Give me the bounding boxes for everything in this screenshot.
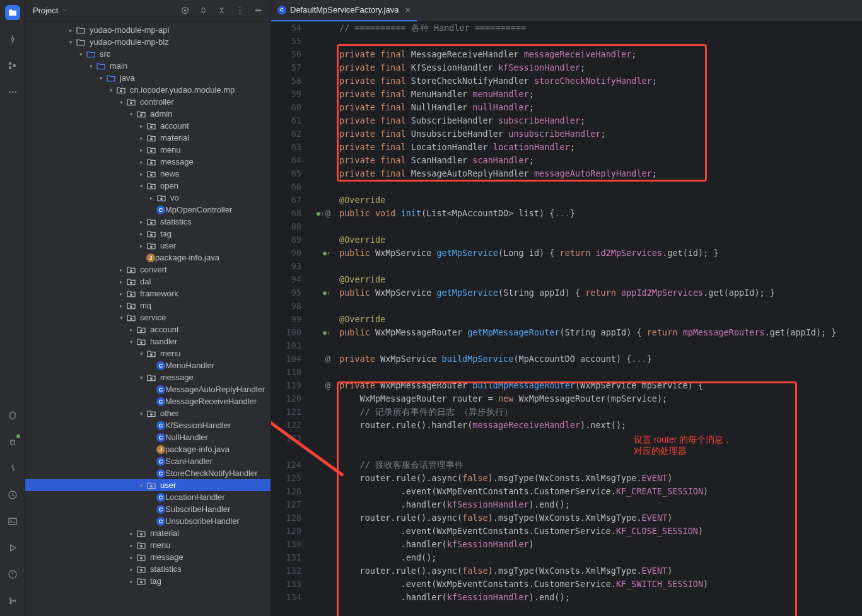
svg-point-19 xyxy=(240,10,241,11)
tree-node[interactable]: ▸user xyxy=(25,240,271,252)
tree-node[interactable]: ▸tag xyxy=(25,575,271,587)
svg-point-31 xyxy=(161,198,163,200)
expand-all-icon[interactable] xyxy=(199,6,208,15)
svg-point-30 xyxy=(151,186,153,188)
tree-node[interactable]: ▾service xyxy=(25,311,271,323)
svg-point-20 xyxy=(240,13,241,14)
editor-tabs: C DefaultMpServiceFactory.java × xyxy=(271,0,862,21)
svg-rect-2 xyxy=(9,66,11,69)
tree-node[interactable]: ▸vo xyxy=(25,192,271,204)
svg-point-17 xyxy=(184,9,186,11)
tree-node[interactable]: ▸mq xyxy=(25,299,271,311)
tool-rail xyxy=(0,0,25,616)
svg-point-38 xyxy=(131,306,132,308)
tree-node[interactable]: ▸material xyxy=(25,132,271,144)
svg-point-26 xyxy=(151,138,153,140)
tree-node[interactable]: ▸convert xyxy=(25,264,271,276)
project-tree[interactable]: ▸yudao-module-mp-api▾yudao-module-mp-biz… xyxy=(25,21,271,616)
tree-node[interactable]: ▸menu xyxy=(25,539,271,551)
tree-node[interactable]: CLocationHandler xyxy=(25,491,271,503)
tree-node[interactable]: CMessageAutoReplyHandler xyxy=(25,383,271,395)
hide-icon[interactable] xyxy=(253,6,263,15)
commit-tool-icon[interactable] xyxy=(5,32,20,47)
tree-node[interactable]: ▸tag xyxy=(25,228,271,240)
tree-node[interactable]: ▾message xyxy=(25,371,271,383)
tree-node[interactable]: ▾main xyxy=(25,60,271,72)
editor-tab[interactable]: C DefaultMpServiceFactory.java × xyxy=(271,0,417,21)
tree-node[interactable]: ▸framework xyxy=(25,288,271,299)
tree-node[interactable]: ▸statistics xyxy=(25,216,271,228)
options-icon[interactable] xyxy=(235,6,245,15)
select-opened-icon[interactable] xyxy=(180,6,190,15)
tree-node[interactable]: ▸news xyxy=(25,168,271,180)
svg-point-6 xyxy=(15,91,16,93)
tree-node[interactable]: ▾handler xyxy=(25,335,271,347)
vcs-icon[interactable] xyxy=(5,593,20,608)
code-lines[interactable]: // ========== 各种 Handler ========== priv… xyxy=(334,21,836,616)
more-tool-icon[interactable] xyxy=(5,84,20,100)
svg-point-13 xyxy=(9,598,11,600)
tree-node[interactable]: ▾cn.iocoder.yudao.module.mp xyxy=(25,84,271,96)
project-tool-icon[interactable] xyxy=(5,5,20,20)
tree-node[interactable]: ▾other xyxy=(25,407,271,419)
tree-node[interactable]: ▸account xyxy=(25,323,271,335)
collapse-all-icon[interactable] xyxy=(217,6,226,15)
tree-node[interactable]: ▸message xyxy=(25,156,271,168)
tree-node[interactable]: CUnsubscribeHandler xyxy=(25,515,271,527)
svg-point-29 xyxy=(151,174,153,176)
chevron-down-icon[interactable]: ﹀ xyxy=(62,6,68,15)
tree-node[interactable]: Jpackage-info.java xyxy=(25,443,271,455)
tree-node[interactable]: CMessageReceiveHandler xyxy=(25,395,271,407)
tree-node[interactable]: CSubscribeHandler xyxy=(25,503,271,515)
build-icon[interactable] xyxy=(5,461,20,476)
svg-point-22 xyxy=(120,90,122,92)
svg-point-34 xyxy=(151,246,153,248)
tree-node[interactable]: CScanHandler xyxy=(25,455,271,467)
svg-point-32 xyxy=(151,222,153,224)
problems-icon[interactable] xyxy=(5,567,20,582)
svg-point-15 xyxy=(14,600,16,602)
tree-node[interactable]: CStoreCheckNotifyHandler xyxy=(25,467,271,479)
svg-point-27 xyxy=(151,150,153,152)
tree-node[interactable]: Jpackage-info.java xyxy=(25,252,271,264)
svg-point-28 xyxy=(151,162,153,164)
svg-point-14 xyxy=(9,602,11,604)
tree-node[interactable]: ▾yudao-module-mp-biz xyxy=(25,36,271,48)
svg-point-42 xyxy=(151,354,153,356)
tree-node[interactable]: ▸dal xyxy=(25,276,271,288)
debug-icon[interactable] xyxy=(5,434,20,450)
tree-node[interactable]: ▸menu xyxy=(25,144,271,156)
structure-tool-icon[interactable] xyxy=(5,58,20,73)
tree-node[interactable]: ▸message xyxy=(25,551,271,563)
svg-point-41 xyxy=(141,342,143,344)
svg-point-49 xyxy=(141,569,143,571)
tree-node[interactable]: ▾user xyxy=(25,479,271,491)
tree-node[interactable]: CKfSessionHandler xyxy=(25,419,271,431)
tree-node[interactable]: ▾admin xyxy=(25,108,271,120)
tree-node[interactable]: ▾java xyxy=(25,72,271,84)
tree-node[interactable]: ▾open xyxy=(25,180,271,192)
terminal-icon[interactable] xyxy=(5,514,20,529)
tree-node[interactable]: ▸statistics xyxy=(25,563,271,575)
profiler-icon[interactable] xyxy=(5,487,20,503)
svg-point-43 xyxy=(151,378,153,380)
svg-point-5 xyxy=(11,91,13,93)
tree-node[interactable]: ▸account xyxy=(25,120,271,132)
services-icon[interactable] xyxy=(5,408,20,423)
tab-filename: DefaultMpServiceFactory.java xyxy=(290,5,399,15)
tree-node[interactable]: CMenuHandler xyxy=(25,359,271,371)
tree-node[interactable]: ▾src xyxy=(25,48,271,60)
svg-rect-1 xyxy=(9,62,11,65)
tree-node[interactable]: CNullHandler xyxy=(25,431,271,443)
svg-point-35 xyxy=(131,270,132,272)
svg-point-33 xyxy=(151,234,153,236)
tree-node[interactable]: ▾controller xyxy=(25,96,271,108)
tree-node[interactable]: CMpOpenController xyxy=(25,204,271,216)
tree-node[interactable]: ▸yudao-module-mp-api xyxy=(25,24,271,36)
svg-point-25 xyxy=(151,126,153,128)
close-tab-icon[interactable]: × xyxy=(405,5,410,15)
tree-node[interactable]: ▸material xyxy=(25,527,271,539)
run-icon[interactable] xyxy=(5,540,20,555)
tree-node[interactable]: ▾menu xyxy=(25,347,271,359)
code-editor[interactable]: 5455565758596061626364656667688889909394… xyxy=(271,21,862,616)
